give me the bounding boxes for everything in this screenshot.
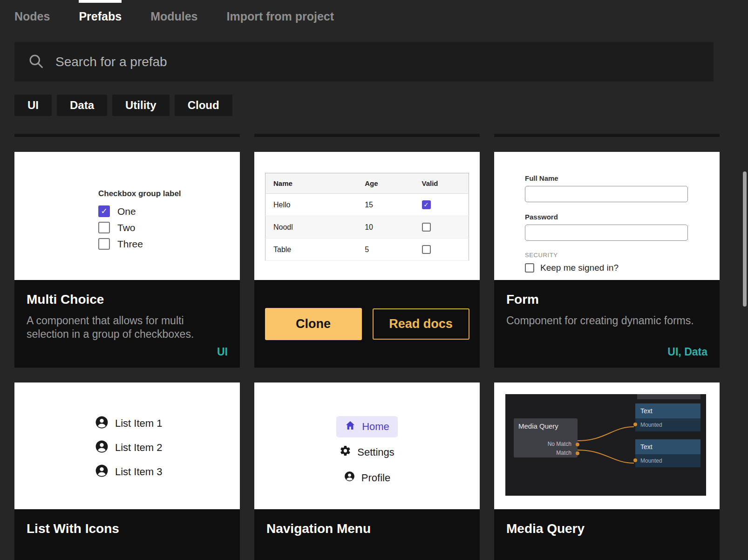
read-docs-button[interactable]: Read docs [373, 308, 469, 340]
checkbox-checked-icon: ✓ [422, 200, 431, 209]
form-field-label: Full Name [525, 174, 688, 182]
checkbox-unchecked-icon [98, 222, 110, 233]
filter-chip-data[interactable]: Data [57, 95, 107, 116]
checkbox-unchecked-icon [422, 223, 431, 232]
list-with-icons-preview: List Item 1 List Item 2 List Item 3 [14, 382, 240, 509]
prefab-grid: Checkbox group label ✓ One Two Three [14, 134, 734, 560]
prefab-browser: Nodes Prefabs Modules Import from projec… [0, 0, 748, 560]
node-title: Text [635, 439, 700, 454]
form-checkbox-row: Keep me signed in? [525, 263, 688, 273]
table-header-name: Name [265, 173, 357, 194]
prefab-card-table[interactable]: Name Age Valid Hello 15 ✓ Noodl [254, 152, 480, 368]
nav-item-label: Profile [361, 472, 390, 484]
form-text-input [525, 186, 688, 202]
node-port-no-match: No Match [514, 440, 578, 449]
prefab-card-multi-choice[interactable]: Checkbox group label ✓ One Two Three [14, 152, 240, 368]
filter-chip-utility[interactable]: Utility [112, 95, 170, 116]
nav-item-settings: Settings [331, 441, 403, 463]
list-item: List Item 1 [95, 415, 162, 431]
card-info: Form Component for creating dynamic form… [494, 280, 720, 368]
prefab-card-navigation-menu[interactable]: Home Settings Profile [254, 382, 480, 560]
filter-chip-cloud[interactable]: Cloud [175, 95, 232, 116]
checkbox-unchecked-icon [525, 263, 534, 273]
checkbox-unchecked-icon [422, 245, 431, 254]
prefab-card-form[interactable]: Full Name Password SECURITY Keep me sign… [494, 152, 720, 368]
card-tags: UI [217, 346, 228, 358]
checkbox-group: Checkbox group label ✓ One Two Three [98, 189, 181, 254]
nav-item-label: Settings [357, 446, 394, 458]
clone-button[interactable]: Clone [265, 308, 362, 340]
checkbox-option: ✓ One [98, 205, 181, 217]
table-row: Hello 15 ✓ [265, 194, 469, 216]
card-title: List With Icons [27, 521, 228, 536]
checkbox-option-label: Two [117, 222, 136, 233]
person-icon [95, 439, 109, 456]
media-query-preview: Media Query No Match Match Text Mounted … [494, 382, 720, 509]
list-item: List Item 2 [95, 439, 162, 456]
tab-modules[interactable]: Modules [150, 0, 197, 33]
nav-item-home: Home [336, 416, 398, 437]
card-bottom-sliver [494, 134, 720, 137]
prefab-card-media-query[interactable]: Media Query No Match Match Text Mounted … [494, 382, 720, 560]
text-node: Text Mounted [635, 439, 700, 467]
card-description: A component that allows for multi select… [27, 314, 224, 341]
preview-table: Name Age Valid Hello 15 ✓ Noodl [265, 173, 469, 261]
card-info: Multi Choice A component that allows for… [14, 280, 240, 368]
card-info: Media Query [494, 509, 720, 560]
list-item-label: List Item 1 [115, 417, 162, 430]
card-info: List With Icons [14, 509, 240, 560]
card-description: Component for creating dynamic forms. [506, 314, 704, 328]
nav-item-profile: Profile [335, 467, 399, 489]
tab-nodes[interactable]: Nodes [14, 0, 50, 33]
form-preview: Full Name Password SECURITY Keep me sign… [494, 152, 720, 280]
list-item-label: List Item 2 [115, 442, 162, 454]
checkbox-checked-icon: ✓ [98, 205, 110, 217]
person-icon [95, 415, 109, 431]
person-icon [344, 471, 355, 485]
node-title: Text [635, 403, 700, 418]
card-title: Multi Choice [27, 292, 228, 307]
filter-chip-ui[interactable]: UI [14, 95, 52, 116]
card-bottom-sliver [254, 134, 480, 137]
table-row: Table 5 [265, 239, 469, 261]
search-input[interactable] [54, 54, 700, 70]
card-title: Media Query [506, 521, 707, 536]
home-icon [345, 420, 356, 434]
filter-chips: UI Data Utility Cloud [14, 95, 734, 116]
checkbox-unchecked-icon [98, 238, 110, 250]
node-title: Media Query [514, 418, 578, 440]
navigation-menu-preview: Home Settings Profile [254, 382, 480, 509]
vertical-scrollbar[interactable] [743, 171, 747, 307]
gear-icon [340, 445, 351, 459]
media-query-node: Media Query No Match Match [514, 418, 578, 458]
card-bottom-sliver [14, 134, 240, 137]
search-bar [14, 42, 714, 82]
list-item: List Item 3 [95, 464, 162, 480]
card-tags: UI, Data [667, 346, 707, 358]
node-graph-canvas: Media Query No Match Match Text Mounted … [505, 394, 706, 496]
search-icon [27, 53, 44, 71]
form-checkbox-label: Keep me signed in? [540, 263, 619, 273]
card-info: Navigation Menu [254, 509, 480, 560]
checkbox-option-label: One [117, 206, 136, 217]
table-row: Noodl 10 [265, 216, 469, 239]
node-port-match: Match [514, 449, 578, 458]
tab-prefabs[interactable]: Prefabs [79, 0, 122, 33]
person-icon [95, 464, 109, 480]
prefab-card-list-with-icons[interactable]: List Item 1 List Item 2 List Item 3 [14, 382, 240, 560]
checkbox-group-label: Checkbox group label [98, 189, 181, 198]
list-item-label: List Item 3 [115, 466, 162, 478]
tab-bar: Nodes Prefabs Modules Import from projec… [0, 0, 748, 33]
text-node: Text Mounted [635, 403, 700, 431]
form-text-input [525, 225, 688, 241]
table-header-age: Age [357, 173, 414, 194]
card-title: Navigation Menu [266, 521, 468, 536]
tab-import-from-project[interactable]: Import from project [227, 0, 334, 33]
table-header-valid: Valid [414, 173, 469, 194]
multi-choice-preview: Checkbox group label ✓ One Two Three [14, 152, 240, 280]
node-port-mounted: Mounted [635, 418, 700, 431]
node-port-mounted: Mounted [635, 454, 700, 467]
checkbox-option-label: Three [117, 239, 143, 250]
form-field-label: Password [525, 213, 688, 221]
table-preview: Name Age Valid Hello 15 ✓ Noodl [254, 152, 480, 280]
